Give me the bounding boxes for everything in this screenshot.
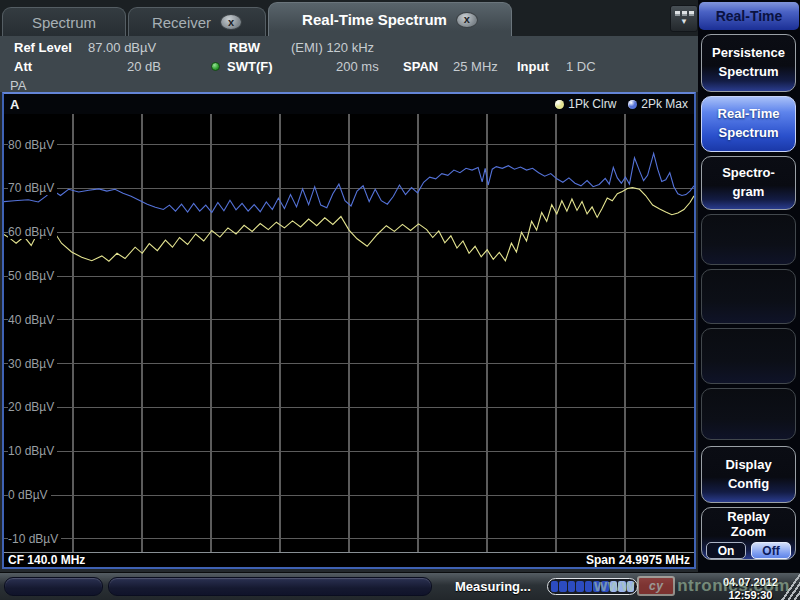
y-axis-tick-label: 50 dBµV bbox=[8, 269, 57, 283]
tab-bar: Spectrum Receiver x Real-Time Spectrum x… bbox=[0, 0, 698, 36]
softkey-label: Spectrum bbox=[719, 124, 779, 143]
tab-spectrum[interactable]: Spectrum bbox=[2, 7, 126, 36]
softkey-label: Real-Time bbox=[718, 105, 780, 124]
softkey-label: Spectro- bbox=[722, 164, 775, 183]
tab-receiver[interactable]: Receiver x bbox=[128, 7, 266, 36]
softkey-empty-1[interactable] bbox=[701, 214, 796, 265]
swt-value[interactable]: 200 ms bbox=[336, 59, 379, 74]
softkey-menu-title: Real-Time bbox=[699, 2, 799, 30]
softkey-empty-4[interactable] bbox=[701, 388, 796, 440]
progress-segment bbox=[627, 581, 634, 592]
trace2-label: 2Pk Max bbox=[641, 97, 688, 111]
span-readout[interactable]: Span 24.9975 MHz bbox=[586, 553, 690, 567]
replay-zoom-off-button[interactable]: Off bbox=[751, 542, 791, 559]
swt-label: SWT(F) bbox=[227, 59, 272, 74]
softkey-display-config[interactable]: Display Config bbox=[701, 446, 796, 503]
status-field-2 bbox=[108, 577, 432, 596]
y-axis-tick-label: 60 dBµV bbox=[8, 225, 57, 239]
softkey-sidebar: Real-Time Persistence Spectrum Real-Time… bbox=[698, 0, 800, 572]
softkey-empty-3[interactable] bbox=[701, 328, 796, 384]
frequency-axis-bar: CF 140.0 MHz Span 24.9975 MHz bbox=[4, 552, 694, 567]
rbw-value[interactable]: (EMI) 120 kHz bbox=[291, 40, 374, 55]
input-value[interactable]: 1 DC bbox=[566, 59, 596, 74]
measuring-status: Measuring... bbox=[455, 579, 531, 594]
settings-header: Ref Level 87.00 dBµV RBW (EMI) 120 kHz A… bbox=[0, 36, 698, 92]
transducer-label: PA bbox=[10, 78, 26, 93]
status-field-1 bbox=[4, 577, 103, 596]
measurement-progress-bar bbox=[547, 578, 638, 595]
window-title-bar: A 1Pk Clrw 2Pk Max bbox=[4, 94, 694, 114]
resize-grip-icon[interactable] bbox=[778, 573, 800, 600]
rbw-label: RBW bbox=[229, 40, 260, 55]
datetime-display: 04.07.2012 12:59:30 bbox=[723, 576, 778, 600]
close-icon[interactable]: x bbox=[220, 14, 242, 30]
status-bar: Measuring... 04.07.2012 12:59:30 bbox=[0, 572, 800, 600]
y-axis-tick-label: 70 dBµV bbox=[8, 181, 57, 195]
att-value[interactable]: 20 dB bbox=[127, 59, 161, 74]
y-axis-tick-label: 0 dBµV bbox=[8, 488, 51, 502]
spectrum-plot: 80 dBµV70 dBµV60 dBµV50 dBµV40 dBµV30 dB… bbox=[4, 114, 694, 552]
trace2-marker-icon bbox=[628, 100, 637, 109]
trace-legend: 1Pk Clrw 2Pk Max bbox=[555, 97, 688, 111]
spectrum-plot-svg bbox=[4, 114, 694, 552]
progress-segment bbox=[601, 581, 608, 592]
center-frequency-readout[interactable]: CF 140.0 MHz bbox=[8, 553, 85, 567]
y-axis-tick-label: 40 dBµV bbox=[8, 313, 57, 327]
trace1-marker-icon bbox=[555, 100, 564, 109]
att-label: Att bbox=[14, 59, 32, 74]
softkey-label: Persistence bbox=[712, 44, 785, 63]
span-value[interactable]: 25 MHz bbox=[453, 59, 498, 74]
softkey-label: Display bbox=[725, 456, 771, 475]
progress-segment bbox=[551, 581, 558, 592]
tab-label: Real-Time Spectrum bbox=[302, 11, 447, 28]
close-icon[interactable]: x bbox=[456, 12, 478, 28]
softkey-label: Config bbox=[728, 475, 769, 494]
legend-item-1pk: 1Pk Clrw bbox=[555, 97, 616, 111]
ref-level-value[interactable]: 87.00 dBµV bbox=[88, 40, 156, 55]
progress-segment bbox=[576, 581, 583, 592]
softkey-label: Spectrum bbox=[719, 63, 779, 82]
progress-segment bbox=[568, 581, 575, 592]
y-axis-tick-label: 20 dBµV bbox=[8, 400, 57, 414]
progress-segment bbox=[559, 581, 566, 592]
spectrum-window: A 1Pk Clrw 2Pk Max 80 dBµV70 dBµV60 dBµV… bbox=[2, 92, 696, 569]
input-label: Input bbox=[517, 59, 549, 74]
y-axis-tick-label: 30 dBµV bbox=[8, 357, 57, 371]
softkey-persistence-spectrum[interactable]: Persistence Spectrum bbox=[701, 34, 796, 92]
softkey-label: Replay bbox=[727, 510, 770, 525]
progress-segment bbox=[593, 581, 600, 592]
window-title: A bbox=[10, 97, 19, 112]
tab-label: Receiver bbox=[152, 14, 211, 31]
trace1-label: 1Pk Clrw bbox=[568, 97, 616, 111]
legend-item-2pk: 2Pk Max bbox=[628, 97, 688, 111]
progress-segment bbox=[610, 581, 617, 592]
softkey-label: gram bbox=[733, 183, 765, 202]
span-label: SPAN bbox=[403, 59, 438, 74]
sweep-led-icon bbox=[211, 62, 220, 71]
softkey-replay-zoom[interactable]: Replay Zoom On Off bbox=[701, 507, 796, 560]
softkey-empty-2[interactable] bbox=[701, 269, 796, 324]
progress-segment bbox=[585, 581, 592, 592]
tab-label: Spectrum bbox=[32, 14, 96, 31]
y-axis-tick-label: -10 dBµV bbox=[8, 532, 61, 546]
replay-zoom-on-button[interactable]: On bbox=[706, 542, 746, 559]
tab-real-time-spectrum[interactable]: Real-Time Spectrum x bbox=[268, 2, 512, 36]
softkey-spectrogram[interactable]: Spectro- gram bbox=[701, 156, 796, 210]
time-value: 12:59:30 bbox=[723, 589, 778, 600]
y-axis-tick-label: 80 dBµV bbox=[8, 138, 57, 152]
ref-level-label: Ref Level bbox=[14, 40, 72, 55]
softkey-real-time-spectrum[interactable]: Real-Time Spectrum bbox=[701, 96, 796, 152]
replay-zoom-toggle: On Off bbox=[706, 542, 791, 559]
window-list-button[interactable]: ▼ bbox=[670, 5, 698, 32]
softkey-label: Zoom bbox=[731, 525, 766, 540]
date-value: 04.07.2012 bbox=[723, 576, 778, 589]
chevron-down-icon: ▼ bbox=[680, 18, 688, 26]
y-axis-tick-label: 10 dBµV bbox=[8, 444, 57, 458]
progress-segment bbox=[618, 581, 625, 592]
windows-icon bbox=[675, 11, 694, 16]
